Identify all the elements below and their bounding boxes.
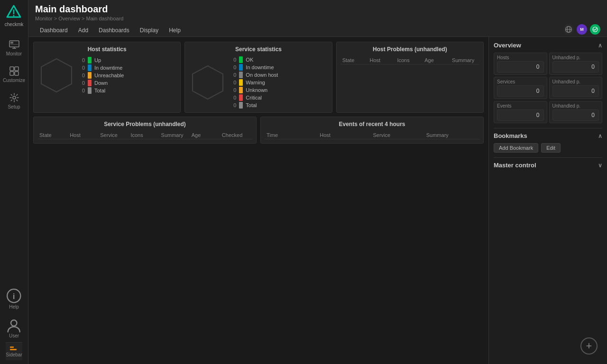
nav-add[interactable]: Add [74, 25, 93, 36]
breadcrumb: Monitor > Overview > Main dashboard [35, 16, 600, 21]
logo-area[interactable]: checkmk [5, 4, 23, 27]
down-color-dot [88, 80, 92, 86]
col-host: Host [370, 57, 395, 63]
svc-stat-critical[interactable]: 0 Critical [231, 94, 328, 101]
downtime-color-dot [88, 64, 92, 71]
add-button-container: + [494, 333, 602, 359]
overview-header[interactable]: Overview ∧ [494, 42, 602, 49]
svc-stat-downtime[interactable]: 0 In downtime [231, 64, 328, 71]
svc-stat-ondownhost[interactable]: 0 On down host [231, 72, 328, 78]
host-stat-downtime[interactable]: 0 In downtime [80, 64, 176, 71]
unknown-color-dot [239, 87, 243, 93]
sp-col-service: Service [100, 132, 129, 138]
sp-col-age: Age [192, 132, 220, 138]
hosts-value: 0 [497, 61, 544, 73]
ev-col-summary: Summary [426, 132, 478, 138]
sidebar-item-customize-label: Customize [3, 78, 25, 83]
svg-rect-8 [10, 67, 14, 71]
host-stat-total[interactable]: 0 Total [80, 87, 176, 94]
gear-icon [9, 92, 19, 103]
nav-icons: M [563, 24, 600, 36]
sp-col-host: Host [70, 132, 98, 138]
green-icon-btn[interactable] [590, 24, 600, 35]
sidebar-item-user[interactable]: User [6, 313, 22, 342]
ev-col-host: Host [320, 132, 371, 138]
services-label: Services [497, 79, 544, 84]
edit-bookmark-button[interactable]: Edit [541, 143, 561, 153]
overview-grid: Hosts 0 Unhandled p. 0 Services 0 Unhand… [494, 53, 602, 123]
globe-icon-btn[interactable] [563, 24, 574, 35]
svg-point-2 [13, 15, 15, 17]
ok-color-dot [239, 56, 243, 63]
col-age: Age [424, 57, 450, 63]
events-title: Events of recent 4 hours [265, 121, 479, 127]
master-control-chevron: ∨ [598, 162, 602, 169]
master-control-header[interactable]: Master control ∨ [494, 162, 602, 169]
svc-stat-warning[interactable]: 0 Warning [231, 79, 328, 86]
col-summary: Summary [452, 57, 478, 63]
events-value: 0 [497, 109, 544, 121]
svg-point-15 [11, 320, 17, 326]
purple-icon-btn[interactable]: M [577, 24, 587, 35]
sidebar-item-monitor[interactable]: Monitor [0, 35, 28, 61]
master-control-title: Master control [494, 162, 536, 169]
bookmarks-chevron: ∧ [598, 133, 602, 139]
svc-stat-ok[interactable]: 0 OK [231, 56, 328, 63]
left-sidebar: checkmk Monitor Customize Setup [0, 0, 28, 364]
bookmarks-header[interactable]: Bookmarks ∧ [494, 132, 602, 139]
add-widget-button[interactable]: + [580, 337, 598, 355]
nav-menu: Dashboard Add Dashboards Display Help M [35, 24, 600, 36]
hosts-unhandled-label: Unhandled p. [552, 55, 599, 60]
host-statistics-content: 0 Up 0 In downtime 0 [37, 56, 176, 94]
nav-display[interactable]: Display [135, 25, 163, 36]
host-stat-up[interactable]: 0 Up [80, 57, 176, 64]
sidebar-item-customize[interactable]: Customize [0, 61, 28, 88]
add-bookmark-button[interactable]: Add Bookmark [494, 143, 538, 153]
svg-point-12 [13, 96, 16, 99]
services-unhandled-label: Unhandled p. [552, 79, 599, 84]
overview-chevron: ∧ [598, 42, 602, 49]
events-unhandled-value: 0 [552, 109, 599, 121]
sp-col-icons: Icons [130, 132, 159, 138]
ondownhost-color-dot [239, 72, 243, 78]
services-unhandled-value: 0 [552, 85, 599, 97]
host-statistics-title: Host statistics [37, 46, 176, 53]
overview-title: Overview [494, 42, 521, 49]
sidebar-item-help[interactable]: i Help [6, 284, 22, 313]
logo-text: checkmk [5, 22, 23, 27]
page-title: Main dashboard [35, 4, 600, 15]
events-header: Time Host Service Summary [265, 131, 479, 139]
sidebar-toggle-bar[interactable]: Sidebar [6, 342, 22, 360]
svc-stat-total[interactable]: 0 Total [231, 102, 328, 109]
nav-help[interactable]: Help [164, 25, 185, 36]
up-color-dot [88, 57, 92, 64]
events-unhandled-stat-box: Unhandled p. 0 [549, 101, 603, 123]
sidebar-item-user-label: User [9, 333, 19, 338]
nav-dashboards[interactable]: Dashboards [94, 25, 134, 36]
hosts-unhandled-value: 0 [552, 61, 599, 73]
svg-rect-10 [10, 72, 14, 75]
overview-section: Overview ∧ Hosts 0 Unhandled p. 0 Servic… [494, 42, 602, 123]
sidebar-item-setup[interactable]: Setup [0, 88, 28, 114]
svg-text:M: M [580, 27, 584, 32]
svg-marker-23 [41, 59, 72, 92]
total-color-dot [88, 87, 92, 94]
host-stat-down[interactable]: 0 Down [80, 80, 176, 86]
sidebar-bar-icon [9, 346, 19, 351]
svg-text:i: i [13, 291, 15, 301]
sp-col-summary: Summary [161, 132, 190, 138]
svg-rect-11 [15, 72, 18, 75]
host-statistics-panel: Host statistics 0 Up [33, 42, 181, 113]
host-problems-header: State Host Icons Age Summary [340, 56, 479, 64]
sidebar-item-help-label: Help [9, 304, 19, 309]
host-stat-unreachable[interactable]: 0 Unreachable [80, 72, 176, 79]
nav-dashboard[interactable]: Dashboard [35, 25, 73, 36]
info-icon: i [6, 288, 22, 304]
svc-total-color-dot [239, 102, 243, 109]
user-icon [6, 317, 22, 333]
col-icons: Icons [397, 57, 423, 63]
critical-color-dot [239, 94, 243, 101]
svc-stat-unknown[interactable]: 0 Unknown [231, 87, 328, 93]
svg-marker-24 [193, 66, 223, 99]
stats-row: Host statistics 0 Up [33, 42, 484, 113]
